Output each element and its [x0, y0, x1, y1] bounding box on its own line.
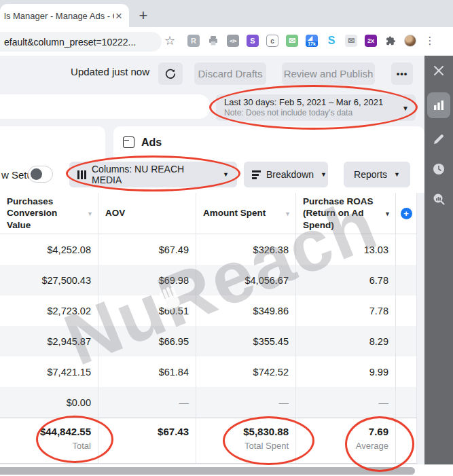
columns-icon	[77, 170, 86, 179]
total-aov: $67.43	[98, 418, 196, 463]
cell-purchases-value: $2,723.02	[0, 295, 98, 326]
code-extension-icon[interactable]: </>	[227, 35, 239, 47]
discard-drafts-button[interactable]: Discard Drafts	[194, 62, 266, 85]
cell-aov: —	[98, 387, 196, 418]
total-purchases-value: $44,842.55 Total	[0, 418, 98, 463]
table-row[interactable]: $2,945.87 $66.95 $355.45 8.29	[0, 326, 417, 356]
sort-caret-icon[interactable]: ▼	[285, 210, 291, 219]
cell-amount-spent: $355.45	[196, 326, 296, 356]
new-tab-button[interactable]: +	[134, 6, 153, 25]
cell-roas: 9.99	[296, 356, 396, 387]
printer-extension-icon[interactable]	[207, 35, 219, 47]
cell-amount-spent: —	[196, 387, 296, 418]
cell-purchases-value: $2,945.87	[0, 326, 98, 356]
header-purchases-conversion-value[interactable]: Purchases Conversion Value ▼	[0, 193, 98, 234]
date-range-note: Note: Does not include today's data	[224, 108, 398, 117]
add-column-icon[interactable]: +	[401, 208, 412, 219]
cell-empty	[396, 265, 417, 295]
total-amount-spent: $5,830.88 Total Spent	[196, 418, 296, 463]
cell-aov: $67.49	[98, 234, 196, 265]
s-cyan-extension-icon[interactable]: S	[325, 35, 338, 47]
bookmark-star-icon[interactable]: ☆	[164, 33, 175, 48]
profile-avatar[interactable]	[404, 35, 416, 47]
cell-empty	[396, 356, 417, 387]
close-icon[interactable]	[432, 64, 446, 80]
extension-r-icon[interactable]: R	[187, 35, 200, 47]
header-aov[interactable]: AOV	[98, 193, 196, 234]
bar-chart-icon[interactable]	[427, 92, 450, 118]
ads-icon	[123, 136, 134, 148]
tab-ads[interactable]: Ads	[113, 126, 424, 158]
cell-aov: $69.98	[98, 265, 196, 295]
cell-empty	[396, 295, 417, 326]
breakdown-button[interactable]: Breakdown ▼	[244, 162, 328, 187]
close-tab-icon[interactable]: ×	[114, 10, 124, 22]
chevron-down-icon: ▼	[394, 171, 400, 178]
green-mail-extension-icon[interactable]: ✉	[286, 35, 298, 47]
envelope-extension-icon[interactable]: ✉	[345, 35, 357, 47]
toggle-knob	[31, 168, 42, 180]
table-row[interactable]: $4,252.08 $67.49 $326.38 13.03	[0, 234, 417, 265]
cell-purchases-value: $0.00	[0, 387, 98, 418]
updated-status: Updated just now	[48, 66, 149, 77]
cell-roas: 6.78	[296, 265, 396, 295]
calendar-extension-icon[interactable]: c	[266, 35, 278, 47]
cell-empty	[396, 234, 417, 265]
review-publish-button[interactable]: Review and Publish	[282, 62, 375, 85]
refresh-button[interactable]	[158, 62, 183, 85]
horizontal-scrollbar[interactable]	[0, 467, 415, 475]
view-setup-toggle[interactable]	[28, 166, 53, 183]
chart-swoosh-icon: ◢	[308, 35, 316, 41]
header-purchase-roas[interactable]: Purchase ROAS (Return on Ad Spend) ▼	[296, 193, 396, 234]
add-column-cell: +	[396, 193, 417, 234]
date-range-selector[interactable]: Last 30 days: Feb 5, 2021 – Mar 6, 2021 …	[216, 94, 416, 121]
date-range-label: Last 30 days: Feb 5, 2021 – Mar 6, 2021	[224, 97, 398, 107]
extension-row: R </> S c ✉ ◢ 17k S ✉ 2x ⋮	[187, 35, 436, 47]
browser-tab-bar: ls Manager - Manage Ads - C × +	[0, 0, 453, 27]
puzzle-extensions-icon[interactable]	[384, 35, 397, 47]
cell-purchases-value: $27,500.43	[0, 265, 98, 295]
table-row[interactable]: $7,421.15 $61.84 $742.52 9.99	[0, 356, 417, 387]
columns-button[interactable]: Columns: NU REACH MEDIA ▼	[69, 162, 237, 187]
chart-17k-extension-icon[interactable]: ◢ 17k	[306, 35, 318, 47]
table-row[interactable]: $2,723.02 $60.51 $349.86 7.78	[0, 295, 417, 326]
clock-icon[interactable]	[433, 163, 445, 178]
search-input[interactable]	[0, 94, 211, 119]
cell-empty	[396, 387, 417, 418]
cell-roas: 8.29	[296, 326, 396, 356]
cell-amount-spent: $742.52	[196, 356, 296, 387]
browser-tab[interactable]: ls Manager - Manage Ads - C ×	[0, 4, 129, 27]
table-row[interactable]: $27,500.43 $69.98 $4,056.67 6.78	[0, 265, 417, 295]
chevron-down-icon: ▼	[223, 171, 229, 178]
2x-extension-icon[interactable]: 2x	[365, 35, 377, 47]
table-header-row: Purchases Conversion Value ▼ AOV Amount …	[0, 193, 417, 234]
chevron-down-icon: ▼	[402, 105, 409, 112]
chevron-down-icon: ▼	[321, 171, 327, 178]
reports-button[interactable]: Reports ▼	[344, 162, 410, 187]
totals-row: $44,842.55 Total $67.43 $5,830.88 Total …	[0, 418, 417, 464]
s-purple-extension-icon[interactable]: S	[247, 35, 259, 47]
search-chart-icon[interactable]	[433, 193, 446, 208]
cell-purchases-value: $7,421.15	[0, 356, 98, 387]
pencil-icon[interactable]	[433, 133, 445, 148]
cell-roas: 13.03	[296, 234, 396, 265]
header-amount-spent[interactable]: Amount Spent ▼	[196, 193, 296, 234]
address-bar[interactable]: efault&column_preset=10222...	[0, 32, 162, 52]
reports-label: Reports	[354, 169, 387, 180]
sort-caret-icon[interactable]: ▼	[384, 210, 391, 219]
left-tab-card[interactable]	[0, 126, 105, 158]
total-roas: 7.69 Average	[296, 418, 396, 463]
cell-amount-spent: $349.86	[196, 295, 296, 326]
cell-amount-spent: $326.38	[196, 234, 296, 265]
breakdown-label: Breakdown	[266, 169, 314, 180]
browser-address-row: efault&column_preset=10222... ☆ R </> S …	[0, 27, 453, 56]
browser-menu-icon[interactable]: ⋮	[424, 35, 436, 47]
breakdown-icon	[252, 170, 261, 179]
sort-caret-icon[interactable]: ▼	[87, 210, 93, 219]
ads-tab-label: Ads	[141, 136, 162, 149]
columns-label: Columns: NU REACH MEDIA	[92, 164, 216, 185]
more-options-button[interactable]: •••	[391, 62, 413, 85]
table-row[interactable]: $0.00 — — —	[0, 387, 417, 418]
cell-roas: —	[296, 387, 396, 418]
cell-empty	[396, 326, 417, 356]
